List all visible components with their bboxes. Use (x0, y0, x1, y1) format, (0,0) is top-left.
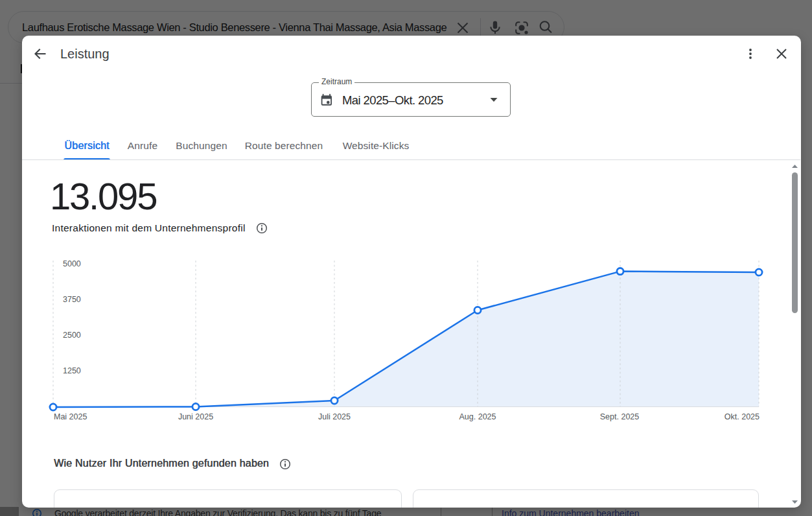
svg-text:3750: 3750 (63, 295, 81, 304)
svg-text:Juni 2025: Juni 2025 (178, 412, 213, 421)
svg-text:Sept. 2025: Sept. 2025 (600, 412, 640, 421)
svg-text:Aug. 2025: Aug. 2025 (459, 412, 496, 421)
svg-text:2500: 2500 (63, 331, 81, 340)
svg-text:5000: 5000 (63, 259, 81, 268)
svg-text:Juli 2025: Juli 2025 (318, 412, 351, 421)
svg-text:Mai 2025: Mai 2025 (54, 412, 87, 421)
svg-text:1250: 1250 (63, 366, 81, 375)
svg-text:Okt. 2025: Okt. 2025 (725, 412, 760, 421)
